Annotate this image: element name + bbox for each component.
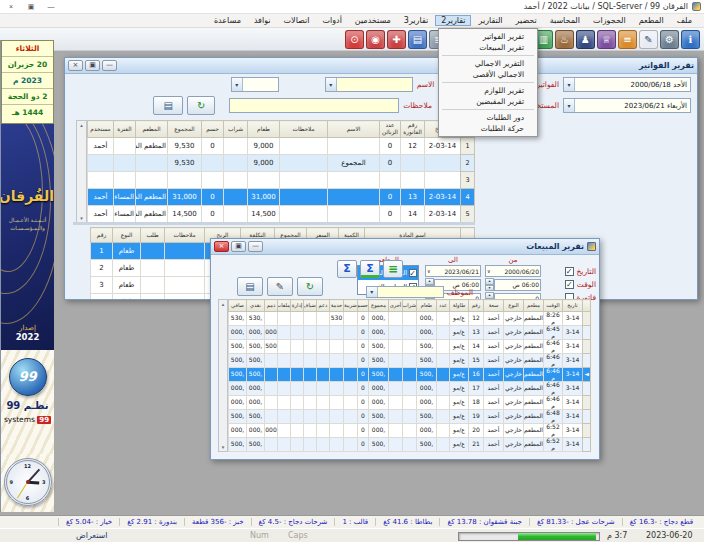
- refresh-button[interactable]: ↻: [187, 96, 215, 115]
- column-header[interactable]: طعام: [417, 300, 437, 312]
- column-header[interactable]: ملفات: [278, 300, 291, 312]
- menu-item-12[interactable]: نوافذ: [248, 15, 277, 26]
- table-row[interactable]: ◄3-146:46 مالمطعمخارجيأحمد16ع/مو,500,500…: [229, 368, 591, 382]
- date-from-picker[interactable]: الأحد 2000/06/18▾: [563, 77, 691, 92]
- column-header[interactable]: رقم: [469, 300, 484, 312]
- menu-item-8[interactable]: تقارير3: [398, 15, 434, 26]
- sales-edit-button[interactable]: ✎: [267, 277, 293, 296]
- table-row[interactable]: 3-146:48 مالمطعمخارجيأحمد19ع/مو,500,5000…: [229, 410, 591, 424]
- column-header[interactable]: ملاحظات: [165, 228, 205, 243]
- sales-maximize-button[interactable]: ▣: [231, 241, 246, 252]
- orders-pad-icon[interactable]: ✎: [639, 30, 658, 49]
- table-row[interactable]: 3-146:52 مالمطعمخارجيأحمد21ع/مو,500,5000…: [229, 438, 591, 452]
- table-row[interactable]: 3-146:45 مالمطعمخارجيأحمد13ع/مو,000,0000…: [229, 326, 591, 340]
- column-header[interactable]: نقدي: [247, 300, 265, 312]
- menu-item-2[interactable]: المطعم: [633, 15, 670, 26]
- sales-date-from[interactable]: 2000/06/20∨: [485, 265, 541, 277]
- column-header[interactable]: شراب: [224, 121, 248, 138]
- sales-refresh-button[interactable]: ↻: [297, 277, 323, 296]
- table-row[interactable]: 20المجموع9,0009,530: [88, 155, 475, 172]
- table-row[interactable]: 3-146:46 مالمطعمخارجيأحمد18ع/مو,000,0000…: [229, 396, 591, 410]
- column-header[interactable]: خدمة: [330, 300, 344, 312]
- column-header[interactable]: عدد: [437, 300, 450, 312]
- table-row[interactable]: 3-146:46 مالمطعمخارجيأحمد14ع/مو,500,5000…: [229, 340, 591, 354]
- column-header[interactable]: حسم: [358, 300, 369, 312]
- menu-item-4[interactable]: المحاسبة: [544, 15, 586, 26]
- exit-icon[interactable]: ⊙: [345, 30, 364, 49]
- column-header[interactable]: ضريبة: [344, 300, 358, 312]
- room-service-icon[interactable]: ♕: [597, 30, 616, 49]
- dropdown-item-7[interactable]: تقرير اللوازم: [440, 85, 536, 96]
- table-row[interactable]: 3-146:46 مالمطعمخارجيأحمد17ع/مو,000,0000…: [229, 382, 591, 396]
- payment-cards-icon[interactable]: ▤: [408, 30, 427, 49]
- menu-item-5[interactable]: تحضير: [510, 15, 543, 26]
- search-icon[interactable]: ◉: [366, 30, 385, 49]
- dropdown-item-4[interactable]: التقرير الاجمالي: [440, 58, 536, 69]
- app-close-button[interactable]: ×: [3, 2, 19, 12]
- column-header[interactable]: صافي: [229, 300, 247, 312]
- menu-item-1[interactable]: ملف: [671, 15, 698, 26]
- info-icon[interactable]: ℹ: [681, 30, 700, 49]
- invoices-maximize-button[interactable]: ▣: [85, 60, 100, 71]
- column-header[interactable]: ضياف: [304, 300, 317, 312]
- menu-item-10[interactable]: أدوات: [316, 15, 347, 26]
- menu-item-13[interactable]: مساعدة: [208, 15, 247, 26]
- column-header[interactable]: طلب: [141, 228, 165, 243]
- burger-icon[interactable]: ≡: [618, 30, 637, 49]
- dropdown-item-1[interactable]: تقرير الفواتير: [440, 31, 536, 42]
- table-row[interactable]: 3-148:26 مالمطعمخارجيأحمد12ع/مو,000,0000…: [229, 312, 591, 326]
- column-header[interactable]: النوع: [113, 228, 141, 243]
- splitter[interactable]: [73, 222, 475, 225]
- sum-toggle-icon[interactable]: Σ: [337, 260, 357, 278]
- restaurant-checkbox[interactable]: ✓: [409, 269, 417, 277]
- waiter-icon[interactable]: ♟: [576, 30, 595, 49]
- subtotal-toggle-icon[interactable]: Σ: [360, 260, 380, 278]
- column-header[interactable]: [583, 300, 591, 312]
- menu-item-3[interactable]: الحجوزات: [587, 15, 632, 26]
- dining-tables-icon[interactable]: ♨: [555, 30, 574, 49]
- time-from-spinner[interactable]: ▴▾: [485, 278, 494, 291]
- table-row[interactable]: 42-03-1413031,000031,000المطعم الشرقيالم…: [88, 189, 475, 206]
- column-header[interactable]: المجموع: [168, 121, 202, 138]
- column-header[interactable]: مستخدم: [88, 121, 114, 138]
- column-header[interactable]: المطعم: [136, 121, 168, 138]
- column-header[interactable]: الوقت: [544, 300, 563, 312]
- sales-window-titlebar[interactable]: تقرير المبيعات × ▣ —: [211, 239, 599, 255]
- sales-minimize-button[interactable]: —: [248, 241, 263, 252]
- column-header[interactable]: أخرى: [389, 300, 403, 312]
- column-header[interactable]: النوع: [504, 300, 524, 312]
- column-header[interactable]: شراب: [403, 300, 417, 312]
- kitchen-icon[interactable]: ⚙: [660, 30, 679, 49]
- invoices-scrollbar[interactable]: ▴▾: [76, 120, 87, 223]
- new-invoice-icon[interactable]: ✚: [387, 30, 406, 49]
- column-header[interactable]: إدارة: [291, 300, 304, 312]
- invoices-minimize-button[interactable]: —: [102, 60, 117, 71]
- notes-input[interactable]: [229, 98, 399, 113]
- table-row[interactable]: 52-03-1414014,500014,500المطعم الشرقيالم…: [88, 206, 475, 223]
- column-header[interactable]: طعام: [248, 121, 280, 138]
- time-checkbox[interactable]: ✓: [565, 280, 574, 289]
- column-header[interactable]: ذمم: [265, 300, 278, 312]
- column-header[interactable]: حسم: [202, 121, 224, 138]
- column-header[interactable]: رقم: [91, 228, 113, 243]
- menu-item-6[interactable]: التقارير: [472, 15, 508, 26]
- column-header[interactable]: الفترة: [114, 121, 136, 138]
- column-header[interactable]: الاسم: [328, 121, 380, 138]
- sales-close-button[interactable]: ×: [214, 241, 229, 252]
- column-header[interactable]: مجموع: [369, 300, 389, 312]
- employee-combo[interactable]: ▾: [366, 286, 444, 298]
- table-row[interactable]: 3: [88, 172, 475, 189]
- view-combo[interactable]: ▾: [231, 77, 279, 92]
- table-row[interactable]: 3-146:52 مالمطعمخارجيأحمد20ع/مو,000,0000…: [229, 424, 591, 438]
- dropdown-item-8[interactable]: تقرير المقبضين: [440, 96, 536, 107]
- menu-item-11[interactable]: اتصالات: [278, 15, 316, 26]
- print-button[interactable]: ▤: [153, 96, 183, 115]
- sales-scrollbar[interactable]: ▴▾: [218, 299, 228, 452]
- column-header[interactable]: طاولة: [450, 300, 469, 312]
- table-row[interactable]: 3-146:46 مالمطعمخارجيأحمد15ع/مو,500,5000…: [229, 354, 591, 368]
- column-header[interactable]: تاريخ: [563, 300, 583, 312]
- column-header[interactable]: دعم: [317, 300, 330, 312]
- column-header[interactable]: مطعم: [524, 300, 544, 312]
- app-minimize-button[interactable]: —: [43, 2, 59, 12]
- dropdown-item-5[interactable]: الاجمالي الأقصى: [440, 69, 536, 80]
